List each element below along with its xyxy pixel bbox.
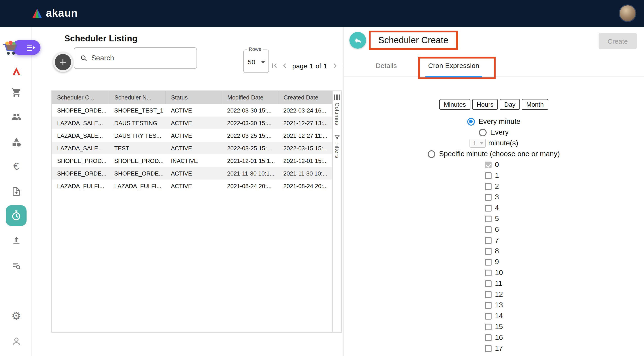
columns-tool-button[interactable]: Columns <box>333 91 341 131</box>
tab-cron-expression[interactable]: Cron Expression <box>426 54 482 77</box>
checkbox-unchecked-icon[interactable] <box>484 226 491 233</box>
table-cell: SHOPEE_ORDE... <box>52 104 109 117</box>
cron-unit-hours-button[interactable]: Hours <box>472 99 498 110</box>
akaun-logo[interactable]: akaun <box>32 7 78 19</box>
prev-page-button[interactable] <box>280 61 290 71</box>
column-header[interactable]: Created Date <box>278 91 332 104</box>
minute-option-label: 1 <box>495 171 503 180</box>
checkbox-unchecked-icon[interactable] <box>484 248 491 254</box>
sidebar-item-sales[interactable] <box>7 83 26 102</box>
first-page-button[interactable] <box>270 61 279 71</box>
minute-option-14[interactable]: 14 <box>484 310 503 321</box>
minute-option-10[interactable]: 10 <box>484 267 503 278</box>
sidebar-item-pdf-module[interactable] <box>7 62 26 81</box>
table-row[interactable]: SHOPEE_PROD...SHOPEE_PROD...INACTIVE2021… <box>52 154 332 167</box>
add-scheduler-button[interactable]: + <box>53 52 73 72</box>
checkbox-checked-icon[interactable] <box>484 161 491 168</box>
interval-select[interactable]: 1 <box>469 139 486 148</box>
columns-tool-label: Columns <box>334 103 340 125</box>
table-row[interactable]: SHOPEE_ORDE...SHOPEE_ORDE...ACTIVE2021-1… <box>52 167 332 180</box>
minute-option-5[interactable]: 5 <box>484 213 503 224</box>
sidebar-item-audit-search[interactable] <box>7 256 26 275</box>
scheduler-listing-panel: Scheduler Listing + Rows 50 page 1 of <box>32 27 343 356</box>
checkbox-unchecked-icon[interactable] <box>484 323 491 330</box>
checkbox-unchecked-icon[interactable] <box>484 237 491 244</box>
create-button[interactable]: Create <box>598 33 637 49</box>
minute-option-11[interactable]: 11 <box>484 278 503 289</box>
cron-unit-minutes-button[interactable]: Minutes <box>440 99 470 110</box>
filters-tool-button[interactable]: Filters <box>333 131 341 164</box>
checkbox-unchecked-icon[interactable] <box>484 194 491 200</box>
minute-option-3[interactable]: 3 <box>484 192 503 203</box>
minute-option-label: 3 <box>495 193 503 201</box>
table-row[interactable]: LAZADA_SALE...TESTACTIVE2022-03-25 15:..… <box>52 142 332 154</box>
checkbox-unchecked-icon[interactable] <box>484 312 491 319</box>
sidebar-item-contacts[interactable] <box>7 107 26 126</box>
checkbox-unchecked-icon[interactable] <box>484 259 491 265</box>
table-row[interactable]: LAZADA_FULFI...LAZADA_FULFI...ACTIVE2021… <box>52 180 332 192</box>
minute-option-4[interactable]: 4 <box>484 203 503 213</box>
checkbox-unchecked-icon[interactable] <box>484 345 491 352</box>
table-cell: LAZADA_FULFI... <box>109 180 166 192</box>
table-cell: LAZADA_FULFI... <box>52 180 109 192</box>
sidebar-item-modules[interactable] <box>7 132 26 151</box>
table-cell: SHOPEE_PROD... <box>52 154 109 167</box>
column-header[interactable]: Status <box>166 91 222 104</box>
specific-minute-label: Specific minute (choose one or many) <box>439 150 560 158</box>
tab-details[interactable]: Details <box>367 54 406 77</box>
table-row[interactable]: SHOPEE_ORDE...SHOPEE_TEST_1ACTIVE2022-03… <box>52 104 332 117</box>
table-row[interactable]: LAZADA_SALE...DAUS TESTINGACTIVE2022-03-… <box>52 117 332 129</box>
column-header[interactable]: Scheduler C... <box>52 91 109 104</box>
people-icon <box>11 111 21 122</box>
filter-funnel-icon <box>334 134 340 140</box>
checkbox-unchecked-icon[interactable] <box>484 183 491 190</box>
back-button[interactable] <box>350 32 366 49</box>
minute-option-7[interactable]: 7 <box>484 235 503 246</box>
user-avatar[interactable] <box>619 5 636 22</box>
minute-option-16[interactable]: 16 <box>484 332 503 343</box>
every-minute-option[interactable]: Every minute <box>467 116 520 127</box>
search-input[interactable] <box>91 54 186 62</box>
cron-unit-day-button[interactable]: Day <box>500 99 520 110</box>
minute-option-15[interactable]: 15 <box>484 321 503 332</box>
checkbox-unchecked-icon[interactable] <box>484 205 491 211</box>
next-page-button[interactable] <box>330 61 340 71</box>
minute-option-2[interactable]: 2 <box>484 181 503 192</box>
table-cell: SHOPEE_TEST_1 <box>109 104 166 117</box>
radio-checked-icon[interactable] <box>467 118 475 125</box>
minute-option-6[interactable]: 6 <box>484 224 503 235</box>
every-label: Every <box>490 128 509 136</box>
specific-minute-option[interactable]: Specific minute (choose one or many) <box>428 149 560 159</box>
minute-option-1[interactable]: 1 <box>484 170 503 181</box>
minute-option-12[interactable]: 12 <box>484 289 503 300</box>
radio-unchecked-icon[interactable] <box>479 129 486 136</box>
scheduler-table: Scheduler C...Scheduler N...StatusModifi… <box>52 91 333 332</box>
checkbox-unchecked-icon[interactable] <box>484 280 491 287</box>
minute-option-8[interactable]: 8 <box>484 246 503 256</box>
column-header[interactable]: Modified Date <box>222 91 278 104</box>
cron-unit-month-button[interactable]: Month <box>522 99 548 110</box>
rows-per-page-select[interactable]: Rows 50 <box>243 50 269 73</box>
every-interval-option[interactable]: Every <box>479 127 509 138</box>
sidebar-item-upload[interactable] <box>7 231 26 250</box>
checkbox-unchecked-icon[interactable] <box>484 334 491 341</box>
minute-option-0[interactable]: 0 <box>484 159 503 170</box>
sidebar-item-file-upload[interactable] <box>7 182 26 201</box>
sidebar-item-scheduler-active[interactable] <box>6 205 26 226</box>
column-header[interactable]: Scheduler N... <box>109 91 166 104</box>
checkbox-unchecked-icon[interactable] <box>484 291 491 298</box>
checkbox-unchecked-icon[interactable] <box>484 269 491 276</box>
minute-option-9[interactable]: 9 <box>484 256 503 267</box>
minute-option-13[interactable]: 13 <box>484 300 503 310</box>
checkbox-unchecked-icon[interactable] <box>484 302 491 308</box>
sidebar-item-profile[interactable] <box>7 332 26 350</box>
minute-option-label: 17 <box>495 344 503 352</box>
sidebar-item-settings[interactable]: ⚙ <box>7 306 26 325</box>
minute-option-17[interactable]: 17 <box>484 343 503 354</box>
radio-unchecked-icon[interactable] <box>428 150 435 158</box>
checkbox-unchecked-icon[interactable] <box>484 172 491 179</box>
sidebar-item-finance[interactable]: € <box>7 157 26 176</box>
checkbox-unchecked-icon[interactable] <box>484 215 491 222</box>
table-row[interactable]: LAZADA_SALE...DAUS TRY TES...ACTIVE2022-… <box>52 129 332 142</box>
minute-option-label: 12 <box>495 290 503 298</box>
